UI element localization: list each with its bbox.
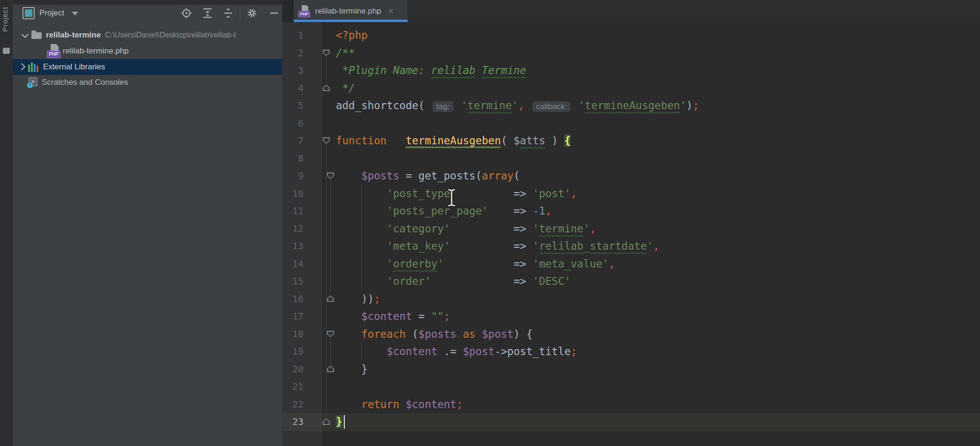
code-token: 'post' <box>533 187 571 200</box>
line-number[interactable]: 21 <box>282 378 304 396</box>
line-number[interactable]: 17 <box>282 308 304 326</box>
code-line[interactable] <box>336 150 699 168</box>
line-number[interactable]: 2 <box>282 45 304 62</box>
code-token: ' <box>533 240 539 252</box>
code-line[interactable]: } <box>336 361 699 379</box>
code-line[interactable]: *Plugin Name: relilab Termine <box>336 62 699 80</box>
panel-title[interactable]: Project <box>39 8 64 18</box>
fold-scope-line <box>326 141 327 422</box>
line-number[interactable]: 4 <box>282 80 304 97</box>
code-line[interactable] <box>336 378 699 396</box>
code-line[interactable]: 'post_type' => 'post', <box>336 185 699 203</box>
code-token: => <box>513 223 526 235</box>
fold-marker[interactable] <box>323 418 330 425</box>
code-token: *Plugin Name: <box>336 64 431 76</box>
line-number[interactable]: 18 <box>282 326 304 343</box>
code-line[interactable] <box>336 115 699 133</box>
tool-window-mini-icon[interactable] <box>3 48 10 54</box>
code-line[interactable]: 'meta_key' => 'relilab_startdate', <box>336 238 699 255</box>
line-number[interactable]: 1 <box>282 27 304 45</box>
code-line[interactable]: 'category' => 'termine', <box>336 220 699 238</box>
code-line[interactable]: )); <box>336 290 699 308</box>
tree-item-scratches[interactable]: » Scratches and Consoles <box>13 74 282 90</box>
hide-panel-button[interactable] <box>267 6 281 20</box>
code-line[interactable]: return $content; <box>336 396 699 414</box>
code-line[interactable]: 'orderby' => 'meta_value', <box>336 255 699 273</box>
tab-label: relilab-termine.php <box>315 7 381 16</box>
fold-marker[interactable] <box>327 172 334 179</box>
code-token <box>438 345 444 357</box>
line-number[interactable]: 3 <box>282 62 304 80</box>
code-line[interactable]: /** <box>336 45 699 62</box>
code-token: $content <box>361 310 412 322</box>
code-line[interactable]: $content .= $post->post_title; <box>336 343 699 361</box>
code-area[interactable]: <?php/** *Plugin Name: relilab Termine *… <box>336 27 699 431</box>
chevron-down-icon[interactable] <box>72 12 78 15</box>
code-token: function <box>336 134 386 147</box>
fold-marker[interactable] <box>327 366 334 372</box>
code-line[interactable]: $posts = get_posts(array( <box>336 167 699 185</box>
fold-marker[interactable] <box>323 50 330 56</box>
code-token: termineAusgeben <box>585 99 680 112</box>
line-number[interactable]: 12 <box>282 220 304 238</box>
code-line[interactable]: add_shortcode( tag: 'termine', callback:… <box>336 97 699 115</box>
code-token <box>336 223 386 235</box>
fold-marker[interactable] <box>327 331 334 337</box>
code-line[interactable]: */ <box>336 80 699 97</box>
code-line[interactable]: 'posts_per_page' => -1, <box>336 202 699 220</box>
toolbar-separator <box>240 7 240 20</box>
line-number[interactable]: 23 <box>282 413 304 431</box>
code-token: ' <box>579 99 585 112</box>
line-number[interactable]: 15 <box>282 273 304 290</box>
code-token: return <box>361 398 399 410</box>
fold-marker[interactable] <box>327 296 334 302</box>
code-token: ) <box>513 328 520 340</box>
line-number[interactable]: 13 <box>282 238 304 255</box>
code-token <box>425 310 431 322</box>
settings-button[interactable] <box>245 6 259 20</box>
code-line[interactable]: foreach ($posts as $post) { <box>336 326 699 343</box>
code-token: 'category' <box>386 223 450 235</box>
line-number[interactable]: 22 <box>282 396 304 414</box>
code-token: $post <box>463 345 495 357</box>
line-number[interactable]: 11 <box>282 202 304 220</box>
code-token: $post <box>482 328 514 340</box>
tree-item-external-libraries[interactable]: External Libraries <box>13 59 282 75</box>
line-number[interactable]: 6 <box>282 115 304 133</box>
code-token: relilab <box>539 240 584 252</box>
locate-file-button[interactable] <box>179 6 193 20</box>
line-number[interactable]: 16 <box>282 290 304 308</box>
code-line[interactable]: 'order' => 'DESC' <box>336 273 699 290</box>
code-line[interactable]: <?php <box>336 27 699 45</box>
tree-item-project-root[interactable]: relilab-termine C:\Users\Daniel\Desktop\… <box>13 27 282 43</box>
tree-item-php-file[interactable]: PHP relilab-termine.php <box>13 43 282 59</box>
code-token <box>444 258 513 270</box>
line-number[interactable]: 20 <box>282 361 304 379</box>
fold-marker[interactable] <box>323 85 330 91</box>
code-line[interactable]: } <box>336 413 699 431</box>
line-number[interactable]: 5 <box>282 97 304 115</box>
line-number[interactable]: 10 <box>282 185 304 203</box>
php-file-icon: PHP <box>47 44 59 58</box>
line-number[interactable]: 7 <box>282 132 304 150</box>
line-number[interactable]: 9 <box>282 167 304 185</box>
code-line[interactable]: function termineAusgeben( $atts ) { <box>336 132 699 150</box>
tab-relilab-termine-php[interactable]: PHP relilab-termine.php × <box>294 0 408 22</box>
code-token <box>336 293 361 305</box>
line-number[interactable]: 19 <box>282 343 304 361</box>
close-tab-icon[interactable]: × <box>388 7 394 16</box>
line-number[interactable]: 14 <box>282 255 304 273</box>
chevron-down-icon[interactable] <box>22 30 29 38</box>
code-token: ' <box>386 258 393 270</box>
code-line[interactable]: $content = ""; <box>336 308 699 326</box>
collapse-all-button[interactable] <box>221 6 235 20</box>
code-token: ; <box>444 310 450 322</box>
chevron-right-icon[interactable] <box>18 63 26 71</box>
code-token: , <box>653 240 660 252</box>
project-view-icon <box>22 7 35 19</box>
code-token <box>526 240 533 252</box>
fold-marker[interactable] <box>323 137 330 144</box>
expand-all-button[interactable] <box>200 6 215 20</box>
project-stripe-button[interactable]: Project <box>1 7 9 32</box>
line-number[interactable]: 8 <box>282 150 304 168</box>
